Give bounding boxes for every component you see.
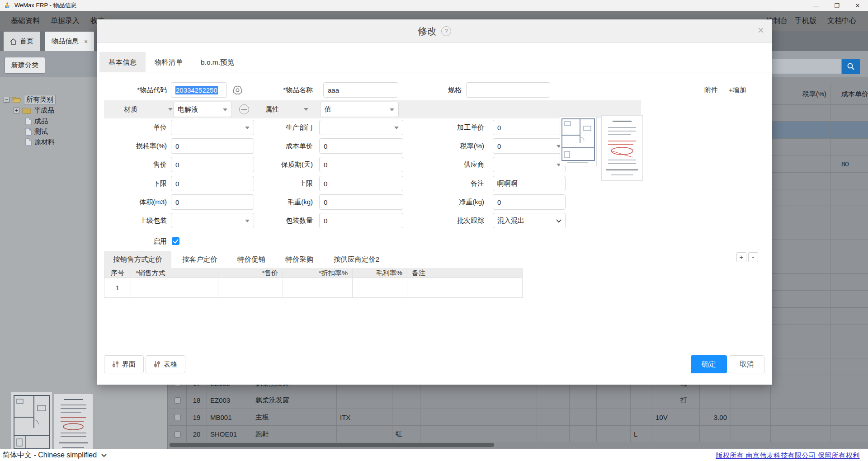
modal-close-icon[interactable]: × [758, 25, 764, 36]
material-value-select[interactable]: 电解液 [173, 102, 232, 117]
sale-price-input[interactable]: 0 [171, 157, 254, 172]
language-selector[interactable]: 简体中文 - Chinese simplified [3, 451, 107, 460]
tree-node-all-categories[interactable]: − 所有类别 [4, 94, 56, 104]
supplier-select[interactable] [493, 157, 566, 172]
cost-price-input[interactable]: 0 [319, 138, 403, 154]
attachment-add-button[interactable]: +增加 [729, 86, 746, 94]
remark-input[interactable]: 啊啊啊 [493, 176, 566, 191]
table-cell [771, 122, 830, 138]
production-dept-select[interactable] [319, 120, 403, 135]
tab-special-promotion[interactable]: 特价促销 [228, 251, 274, 268]
remove-row-button[interactable]: - [748, 252, 758, 262]
material-dropdown[interactable]: 材质 [124, 100, 137, 118]
loss-rate-input[interactable]: 0 [171, 138, 254, 154]
tree-node-finished[interactable]: 成品 [25, 116, 48, 126]
volume-input[interactable]: 0 [171, 194, 254, 210]
column-header: 序号 [104, 268, 131, 278]
tree-node-test[interactable]: 测试 [25, 127, 48, 136]
tree-node-semifinished[interactable]: + 半成品 [14, 105, 54, 115]
tab-bom-preview[interactable]: b.o.m.预览 [192, 52, 243, 72]
batch-tracking-select[interactable]: 混入混出 [493, 213, 566, 228]
close-button[interactable]: ✕ [847, 0, 868, 11]
remark-cell[interactable] [407, 278, 523, 298]
table-settings-button[interactable]: 表格 [146, 355, 185, 373]
tab-item-info[interactable]: 物品信息 × [45, 32, 94, 51]
row-checkbox[interactable] [175, 397, 181, 404]
remove-attribute-icon[interactable] [239, 104, 249, 114]
pricing-table-row[interactable]: 1 [104, 278, 523, 298]
table-cell: 3.00 [700, 409, 731, 426]
tab-pricing-by-sales-mode[interactable]: 按销售方式定价 [104, 251, 171, 268]
maximize-button[interactable]: ❐ [826, 0, 847, 11]
tab-special-purchase[interactable]: 特价采购 [276, 251, 322, 268]
item-name-input[interactable]: aaa [323, 82, 398, 98]
menu-basic-data[interactable]: 基础资料 [11, 16, 40, 26]
tab-home[interactable]: 首页 [4, 32, 40, 51]
table-cell [570, 426, 597, 442]
attribute-value-select[interactable]: 值 [320, 102, 399, 117]
lower-limit-input[interactable]: 0 [171, 176, 254, 191]
add-row-button[interactable]: + [736, 252, 746, 262]
shelf-life-input[interactable]: 0 [319, 157, 403, 172]
net-weight-input[interactable]: 0 [493, 194, 566, 210]
row-checkbox[interactable] [175, 431, 181, 437]
tree-node-raw-material[interactable]: 原材料 [25, 137, 55, 147]
menu-doc-center[interactable]: 文档中心 [827, 16, 856, 26]
ui-settings-button[interactable]: 界面 [104, 355, 144, 373]
table-cell [771, 426, 830, 442]
package-qty-input[interactable]: 0 [319, 213, 403, 228]
item-code-input[interactable]: 20334252250 [171, 82, 227, 98]
cost-price-value: 0 [324, 142, 327, 150]
sales-mode-cell[interactable] [131, 278, 218, 298]
discount-cell[interactable] [283, 278, 353, 298]
margin-cell[interactable] [353, 278, 407, 298]
parent-package-select[interactable] [171, 213, 254, 228]
table-row[interactable]: 20SHOE01跑鞋红L [169, 426, 868, 442]
table-row[interactable]: 19MB001主板ITX10V3.00 [169, 409, 868, 426]
table-cell [771, 223, 830, 240]
enabled-checkbox[interactable] [172, 237, 179, 245]
spec-input[interactable] [466, 82, 550, 98]
tree-node-label: 原材料 [34, 138, 55, 146]
horizontal-scrollbar[interactable] [169, 442, 868, 448]
attribute-dropdown[interactable]: 属性 [265, 100, 279, 118]
gear-icon[interactable] [232, 85, 243, 95]
expand-icon[interactable]: + [14, 108, 19, 113]
cancel-button[interactable]: 取消 [729, 355, 764, 373]
copyright-link[interactable]: 版权所有 南京伟麦科技有限公司 保留所有权利 [716, 451, 868, 461]
tab-pricing-by-supplier2[interactable]: 按供应商定价2 [325, 251, 389, 268]
item-image-document[interactable] [601, 115, 643, 181]
scrollbar-thumb[interactable] [170, 443, 494, 447]
row-checkbox[interactable] [175, 414, 181, 420]
search-button[interactable] [842, 59, 860, 74]
ok-button[interactable]: 确定 [691, 355, 727, 373]
unit-select[interactable] [171, 120, 254, 135]
tab-basic-info[interactable]: 基本信息 [99, 52, 146, 72]
tab-material-list[interactable]: 物料清单 [146, 52, 192, 72]
gross-weight-input[interactable]: 0 [319, 194, 403, 210]
processing-price-input[interactable]: 0 [493, 120, 566, 135]
upper-limit-label: 上限 [246, 176, 313, 191]
new-category-button[interactable]: 新建分类 [5, 57, 45, 74]
tab-items-label: 物品信息 [52, 37, 79, 46]
table-cell [771, 240, 830, 257]
upper-limit-input[interactable]: 0 [319, 176, 403, 191]
tab-close-icon[interactable]: × [84, 38, 88, 45]
floorplan-thumbnail[interactable] [11, 392, 52, 449]
table-cell: 税率(%) [771, 84, 830, 105]
table-row[interactable]: 18EZ003飘柔洗发露打 [169, 392, 868, 409]
tax-rate-select[interactable]: 0 [493, 138, 566, 154]
minimize-button[interactable]: — [806, 0, 826, 11]
menu-mobile-version[interactable]: 手机版 [795, 16, 816, 26]
help-icon[interactable]: ? [441, 26, 451, 36]
item-image-floorplan[interactable] [560, 117, 597, 166]
collapse-icon[interactable]: − [4, 97, 9, 103]
window-title: WeMax ERP - 物品信息 [14, 1, 76, 9]
table-cell [631, 392, 652, 409]
menu-document-entry[interactable]: 单据录入 [51, 16, 80, 26]
table-cell [479, 409, 537, 426]
price-cell[interactable] [218, 278, 283, 298]
tab-pricing-by-customer[interactable]: 按客户定价 [173, 251, 226, 268]
document-thumbnail[interactable] [54, 394, 93, 449]
table-cell [830, 325, 868, 341]
